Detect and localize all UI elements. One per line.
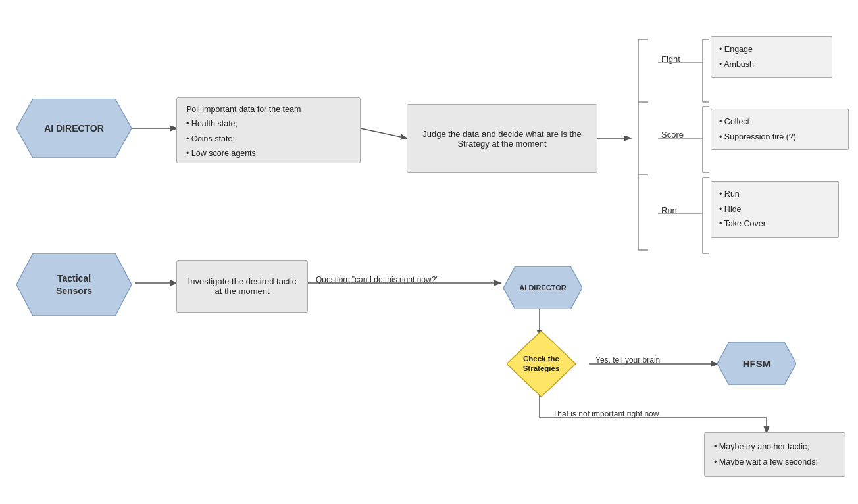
- score-group-box: Collect Suppression fire (?): [711, 109, 849, 150]
- check-diamond: Check the Strategies: [507, 331, 576, 397]
- fight-group-box: Engage Ambush: [711, 36, 832, 78]
- fallback-list: Maybe try another tactic; Maybe wait a f…: [714, 440, 818, 469]
- ai-director2-hex: AI DIRECTOR: [503, 266, 582, 309]
- run-group-box: Run Hide Take Cover: [711, 181, 839, 238]
- ai-director2-label: AI DIRECTOR: [519, 283, 566, 292]
- poll-item-1: Health state;: [186, 116, 258, 132]
- poll-box-list: Health state; Coins state; Low score age…: [186, 116, 258, 161]
- svg-line-1: [361, 128, 407, 138]
- run-item-1: Run: [719, 187, 830, 202]
- poll-box-title: Poll important data for the team: [186, 105, 301, 114]
- not-important-label: That is not important right now: [553, 409, 659, 418]
- investigate-text: Investigate the desired tactic at the mo…: [186, 276, 298, 296]
- tactical-sensors-label: Tactical Sensors: [56, 272, 92, 296]
- tactical-sensors-hex: Tactical Sensors: [16, 253, 132, 316]
- poll-item-2: Coins state;: [186, 132, 258, 147]
- fight-bullet: Fight: [661, 54, 680, 64]
- judge-box-text: Judge the data and decide what are is th…: [416, 129, 588, 149]
- run-bullet: Run: [661, 205, 677, 215]
- score-item-1: Collect: [719, 114, 840, 130]
- investigate-box: Investigate the desired tactic at the mo…: [176, 260, 308, 313]
- judge-box: Judge the data and decide what are is th…: [407, 104, 597, 173]
- hfsm-label: HFSM: [743, 357, 771, 370]
- fight-item-1: Engage: [719, 42, 824, 57]
- hfsm-hex: HFSM: [717, 342, 796, 385]
- yes-label: Yes, tell your brain: [595, 355, 660, 365]
- run-item-2: Hide: [719, 202, 830, 217]
- diagram: AI DIRECTOR Poll important data for the …: [0, 0, 858, 504]
- fallback-item-2: Maybe wait a few seconds;: [714, 455, 818, 470]
- score-bullet: Score: [661, 130, 684, 139]
- question-label: Question: "can I do this right now?": [316, 275, 439, 284]
- ai-director-hex: AI DIRECTOR: [16, 99, 132, 158]
- run-item-3: Take Cover: [719, 216, 830, 232]
- fallback-box: Maybe try another tactic; Maybe wait a f…: [704, 432, 845, 477]
- poll-box: Poll important data for the team Health …: [176, 97, 361, 163]
- run-list: Run Hide Take Cover: [719, 187, 830, 232]
- fallback-item-1: Maybe try another tactic;: [714, 440, 818, 455]
- score-item-2: Suppression fire (?): [719, 130, 840, 145]
- score-list: Collect Suppression fire (?): [719, 114, 840, 144]
- fight-list: Engage Ambush: [719, 42, 824, 72]
- poll-item-3: Low score agents;: [186, 146, 258, 161]
- check-diamond-text: Check the Strategies: [523, 354, 560, 374]
- fight-item-2: Ambush: [719, 57, 824, 72]
- ai-director-label: AI DIRECTOR: [44, 122, 104, 134]
